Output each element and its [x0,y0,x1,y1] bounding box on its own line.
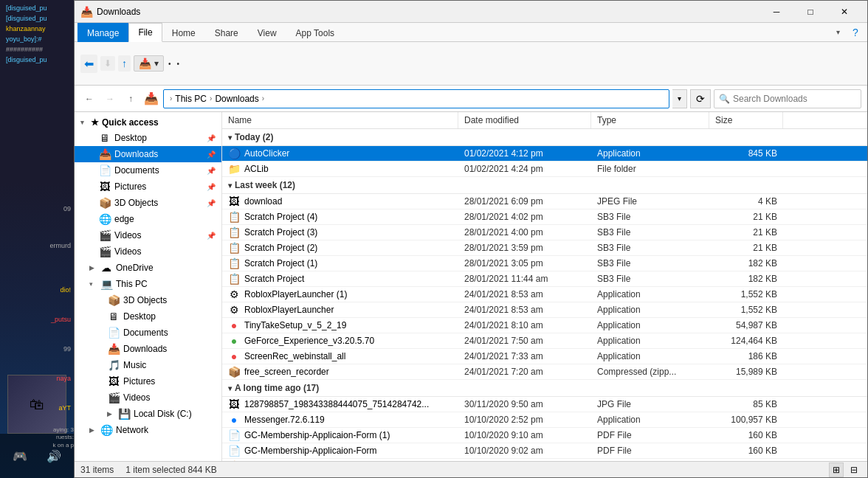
file-row-screenrec[interactable]: ●ScreenRec_webinstall_all 24/01/2021 7:3… [222,349,867,364]
ribbon-downloads-btn[interactable]: 📥 ▾ [134,55,164,72]
close-button[interactable]: ✕ [827,1,861,23]
forward-button[interactable]: → [101,90,119,108]
nav-desktop-pc[interactable]: 🖥 Desktop [75,308,221,325]
group-today: ▾ Today (2) [222,129,867,146]
nav-network[interactable]: ▶ 🌐 Network [75,422,221,438]
nav-documents-quick[interactable]: 📄 Documents 📌 [75,162,221,179]
nav-downloads-quick[interactable]: 📥 Downloads 📌 [75,146,221,162]
group-expand-lastweek[interactable]: ▾ [228,181,232,190]
file-row-autoclicker[interactable]: 🔵 AutoClicker 01/02/2021 4:12 pm Applica… [222,146,867,162]
aclib-type: File folder [591,162,709,176]
file-row-scratch[interactable]: 📋Scratch Project 28/01/2021 11:44 am SB3… [222,271,867,287]
tab-app-tools[interactable]: App Tools [286,23,344,42]
col-size[interactable]: Size [709,112,783,128]
desktop-icon: 🖥 [98,132,111,144]
back-button[interactable]: ← [80,90,98,108]
file-row-freescreenrecorder[interactable]: 📦free_screen_recorder 24/01/2021 7:20 am… [222,364,867,380]
file-row-gcform1[interactable]: 📄GC-Membership-Applicaion-Form (1) 10/10… [222,428,867,443]
file-row-tinytake[interactable]: ●TinyTakeSetup_v_5_2_19 24/01/2021 8:10 … [222,318,867,333]
file-row-download[interactable]: 🖼download 28/01/2021 6:09 pm JPEG File 4… [222,194,867,209]
minimize-button[interactable]: ─ [760,1,793,23]
nav-videos-pc[interactable]: 🎬 Videos [75,389,221,406]
col-date[interactable]: Date modified [458,112,591,128]
file-row-scratch2[interactable]: 📋Scratch Project (2) 28/01/2021 3:59 pm … [222,240,867,256]
roblox-icon: ⚙ [228,304,240,316]
group-expand-longtime[interactable]: ▾ [228,384,232,392]
tab-view[interactable]: View [248,23,286,42]
file-row-128798[interactable]: 🖼128798857_198343388444075_7514284742...… [222,397,867,412]
pictures2-icon: 🖼 [107,375,120,387]
tab-file[interactable]: File [128,23,162,42]
download-jpeg-icon: 🖼 [228,195,240,207]
col-name[interactable]: Name [222,112,458,128]
gcform1-icon: 📄 [228,429,240,441]
tab-manage[interactable]: Manage [78,23,128,42]
ribbon-collapse-btn[interactable]: ▾ [829,24,847,41]
nav-pictures-pc[interactable]: 🖼 Pictures [75,373,221,389]
tab-home[interactable]: Home [162,23,205,42]
group-lastweek: ▾ Last week (12) [222,177,867,194]
file-name-autoclicker: 🔵 AutoClicker [222,146,458,161]
file-row-roblox1[interactable]: ⚙RobloxPlayerLauncher (1) 24/01/2021 8:5… [222,287,867,302]
path-thispc[interactable]: This PC [175,94,207,104]
scratch3-icon: 📋 [228,226,240,238]
column-header: Name Date modified Type Size [222,112,867,129]
desktop2-icon: 🖥 [107,311,120,322]
file-row-aclib[interactable]: 📁 ACLib 01/02/2021 4:24 pm File folder [222,162,867,177]
nav-localdisk-pc[interactable]: ▶ 💾 Local Disk (C:) [75,406,221,422]
path-downloads[interactable]: Downloads [215,94,258,104]
autoclicker-size: 845 KB [709,147,783,160]
title-bar-text: Downloads [97,7,760,17]
screenrec-icon: ● [228,350,240,362]
downloads-location-button[interactable]: 📥 [142,90,160,108]
tab-share[interactable]: Share [205,23,248,42]
view-large-icons-button[interactable]: ⊟ [847,463,861,477]
file-row-roblox[interactable]: ⚙RobloxPlayerLauncher 24/01/2021 8:53 am… [222,302,867,318]
autoclicker-type: Application [591,147,709,160]
downloads2-icon: 📥 [107,343,120,355]
help-button[interactable]: ? [847,24,864,41]
nav-onedrive[interactable]: ▶ ☁ OneDrive [75,260,221,276]
refresh-button[interactable]: ⟳ [690,89,711,108]
view-controls: ⊞ ⊟ [829,463,861,477]
file-name-aclib: 📁 ACLib [222,162,458,176]
file-row-messenger[interactable]: ●Messenger.72.6.119 10/10/2020 2:52 pm A… [222,412,867,428]
file-row-scratch1[interactable]: 📋Scratch Project (1) 28/01/2021 3:05 pm … [222,256,867,271]
128798-icon: 🖼 [228,398,240,410]
search-box: 🔍 [714,89,861,108]
pin-icon5: 📌 [207,199,216,207]
quick-access-header[interactable]: ▾ ★ Quick access [75,115,221,130]
view-details-button[interactable]: ⊞ [829,463,844,477]
nav-edge-quick[interactable]: 🌐 edge [75,211,221,227]
file-row-geforce[interactable]: ●GeForce_Experience_v3.20.5.70 24/01/202… [222,333,867,349]
ribbon-forward-btn[interactable]: ⬇ [100,56,115,71]
nav-3dobjects-quick[interactable]: 📦 3D Objects 📌 [75,195,221,211]
localdisk-icon: 💾 [117,408,131,420]
col-type[interactable]: Type [591,112,709,128]
star-icon: ★ [91,117,99,128]
nav-videos1-quick[interactable]: 🎬 Videos 📌 [75,227,221,243]
file-row-scratch3[interactable]: 📋Scratch Project (3) 28/01/2021 4:00 pm … [222,225,867,240]
nav-videos2-quick[interactable]: 🎬 Videos [75,243,221,260]
nav-downloads-pc[interactable]: 📥 Downloads [75,341,221,357]
address-dropdown-btn[interactable]: ▾ [672,89,687,108]
address-path[interactable]: › This PC › Downloads › [163,89,669,108]
group-expand-today[interactable]: ▾ [228,134,232,142]
ribbon-up-btn[interactable]: ↑ [118,55,131,72]
nav-music-pc[interactable]: 🎵 Music [75,357,221,373]
ribbon-back-btn[interactable]: ⬅ [80,55,97,73]
up-button[interactable]: ↑ [122,90,140,108]
nav-desktop-quick[interactable]: 🖥 Desktop 📌 [75,130,221,146]
nav-documents-pc[interactable]: 📄 Documents [75,325,221,341]
sidebar-chat-item: [disguised_pu [3,3,71,13]
file-row-scratch4[interactable]: 📋Scratch Project (4) 28/01/2021 4:02 pm … [222,209,867,225]
nav-3dobjects-pc[interactable]: 📦 3D Objects [75,292,221,308]
nav-thispc[interactable]: ▾ 💻 This PC [75,276,221,292]
maximize-button[interactable]: □ [793,1,827,23]
group-lastweek-label: Last week (12) [235,180,295,190]
tinytake-icon: ● [228,319,240,331]
nav-pictures-quick[interactable]: 🖼 Pictures 📌 [75,179,221,195]
videos-icon: 🎬 [98,229,111,241]
file-row-gcform[interactable]: 📄GC-Membership-Applicaion-Form 10/10/202… [222,443,867,459]
search-input[interactable] [733,94,856,104]
